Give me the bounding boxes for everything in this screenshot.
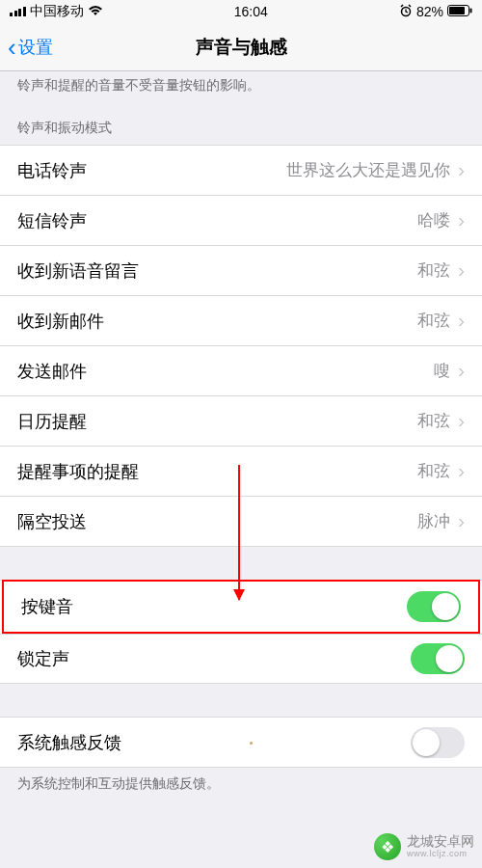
watermark-name: 龙城安卓网 xyxy=(407,834,474,849)
chevron-right-icon: › xyxy=(458,259,465,282)
row-value: 和弦 xyxy=(417,460,450,482)
row-label: 电话铃声 xyxy=(17,159,87,182)
toggle-lock-sound[interactable] xyxy=(411,643,465,674)
row-ringtone[interactable]: 电话铃声 世界这么大还是遇见你 › xyxy=(0,146,482,196)
watermark-url: www.lcljz.com xyxy=(407,850,474,859)
row-label: 收到新邮件 xyxy=(17,310,104,333)
haptics-hint: 为系统控制和互动提供触感反馈。 xyxy=(0,768,482,800)
row-value: 和弦 xyxy=(417,410,450,432)
row-value: 脉冲 xyxy=(417,510,450,532)
row-calendar-alerts[interactable]: 日历提醒 和弦 › xyxy=(0,396,482,447)
alarm-icon xyxy=(399,4,413,20)
row-value: 哈喽 xyxy=(417,209,450,231)
row-label: 日历提醒 xyxy=(17,410,87,433)
back-label: 设置 xyxy=(18,36,53,59)
chevron-right-icon: › xyxy=(458,159,465,181)
page-title: 声音与触感 xyxy=(196,35,287,60)
carrier-label: 中国移动 xyxy=(30,3,84,20)
row-text-tone[interactable]: 短信铃声 哈喽 › xyxy=(0,196,482,246)
chevron-right-icon: › xyxy=(458,209,465,231)
row-system-haptics[interactable]: 系统触感反馈 xyxy=(0,718,482,768)
watermark-logo-icon: ❖ xyxy=(374,833,401,860)
annotation-highlight: 按键音 xyxy=(2,580,480,634)
section-header-ringtone-patterns: 铃声和振动模式 xyxy=(0,102,482,145)
wifi-icon xyxy=(88,4,103,19)
svg-rect-3 xyxy=(469,9,471,14)
annotation-arrow xyxy=(238,465,240,600)
row-label: 隔空投送 xyxy=(17,510,87,533)
row-sent-mail[interactable]: 发送邮件 嗖 › xyxy=(0,346,482,396)
chevron-right-icon: › xyxy=(458,510,465,532)
battery-percent: 82% xyxy=(416,4,443,19)
row-label: 锁定声 xyxy=(17,647,69,670)
row-label: 按键音 xyxy=(21,595,73,618)
row-label: 短信铃声 xyxy=(17,209,87,232)
annotation-dot xyxy=(250,742,253,745)
chevron-right-icon: › xyxy=(458,410,465,432)
row-value: 和弦 xyxy=(417,259,450,282)
row-new-voicemail[interactable]: 收到新语音留言 和弦 › xyxy=(0,246,482,296)
row-airdrop[interactable]: 隔空投送 脉冲 › xyxy=(0,497,482,547)
toggle-system-haptics[interactable] xyxy=(411,727,465,758)
chevron-left-icon: ‹ xyxy=(8,35,16,60)
status-bar: 中国移动 16:04 82% xyxy=(0,0,482,23)
row-label: 收到新语音留言 xyxy=(17,259,139,283)
watermark: ❖ 龙城安卓网 www.lcljz.com xyxy=(374,833,474,860)
chevron-right-icon: › xyxy=(458,310,465,332)
signal-icon xyxy=(10,7,26,16)
svg-rect-2 xyxy=(449,7,465,14)
row-lock-sound[interactable]: 锁定声 xyxy=(0,634,482,684)
back-button[interactable]: ‹ 设置 xyxy=(8,35,53,60)
clock: 16:04 xyxy=(234,4,268,19)
row-reminder-alerts[interactable]: 提醒事项的提醒 和弦 › xyxy=(0,447,482,497)
row-value: 世界这么大还是遇见你 xyxy=(286,159,450,181)
battery-icon xyxy=(447,4,472,19)
volume-hint: 铃声和提醒的音量不受音量按钮的影响。 xyxy=(0,71,482,102)
row-value: 嗖 xyxy=(434,360,450,382)
nav-bar: ‹ 设置 声音与触感 xyxy=(0,23,482,71)
chevron-right-icon: › xyxy=(458,360,465,382)
row-label: 发送邮件 xyxy=(17,360,87,383)
row-new-mail[interactable]: 收到新邮件 和弦 › xyxy=(0,296,482,346)
row-value: 和弦 xyxy=(417,310,450,332)
chevron-right-icon: › xyxy=(458,460,465,482)
toggle-keyboard-clicks[interactable] xyxy=(407,591,461,622)
row-label: 系统触感反馈 xyxy=(17,731,121,754)
row-label: 提醒事项的提醒 xyxy=(17,460,139,483)
